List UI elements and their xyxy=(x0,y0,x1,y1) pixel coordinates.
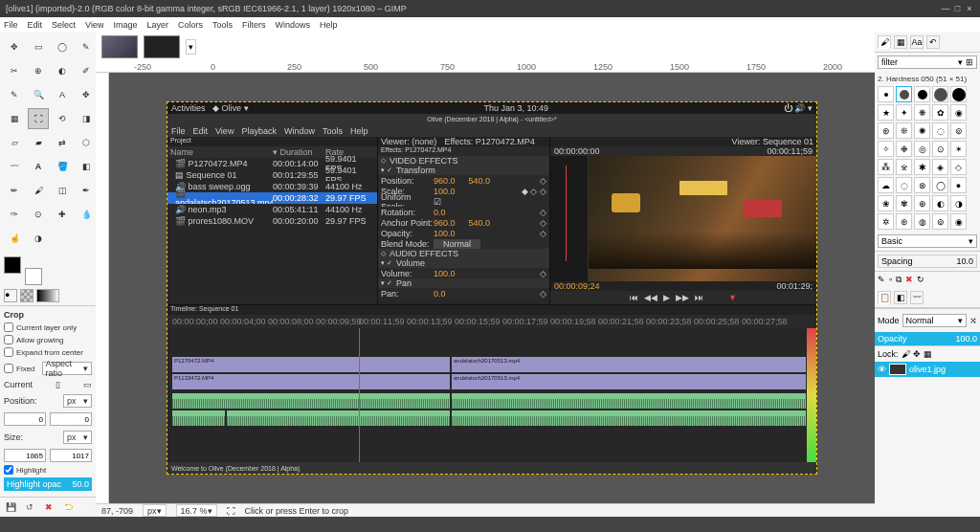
tool-pencil[interactable]: ✏ xyxy=(4,180,25,201)
size-unit[interactable]: px▾ xyxy=(63,431,92,444)
menu-layer[interactable]: Layer xyxy=(146,20,168,30)
maximize-button[interactable]: □ xyxy=(952,4,962,13)
tool-fuzzy-select[interactable]: ✎ xyxy=(76,36,97,57)
brush-set-select[interactable]: Basic▾ xyxy=(878,234,977,248)
layer-opacity-slider[interactable]: Opacity100.0 xyxy=(875,332,980,345)
tool-flip[interactable]: ⇄ xyxy=(52,132,73,153)
opt-current-layer[interactable] xyxy=(4,322,13,332)
unit-select[interactable]: px ▾ xyxy=(143,504,167,517)
brush-preset-icon[interactable]: ● xyxy=(4,289,17,302)
tab-menu-icon[interactable]: ▾ xyxy=(186,39,196,55)
aspect-portrait-icon[interactable]: ▯ xyxy=(56,380,60,389)
tool-dodge[interactable]: ◑ xyxy=(28,228,49,249)
tool-cage[interactable]: ⬡ xyxy=(76,132,97,153)
menu-filters[interactable]: Filters xyxy=(242,20,266,30)
brush-filter[interactable]: filter▾ ⊞ xyxy=(878,55,977,69)
opt-allow-growing[interactable] xyxy=(4,335,13,344)
bg-color[interactable] xyxy=(25,268,42,285)
tool-move2[interactable]: ✥ xyxy=(76,84,97,105)
tool-scale[interactable]: ◨ xyxy=(76,108,97,129)
new-brush-icon[interactable]: ▫ xyxy=(889,275,892,285)
tool-scissors[interactable]: ⊕ xyxy=(28,60,49,81)
menu-select[interactable]: Select xyxy=(52,20,76,30)
del-brush-icon[interactable]: ✖ xyxy=(905,275,913,285)
tool-align[interactable]: ▦ xyxy=(4,108,25,129)
aspect-landscape-icon[interactable]: ▭ xyxy=(83,380,92,389)
tool-colorpicker[interactable]: ✎ xyxy=(4,84,25,105)
tool-ink[interactable]: ✑ xyxy=(4,204,25,225)
gradient-preset-icon[interactable] xyxy=(36,289,59,302)
tool-blur[interactable]: 💧 xyxy=(76,204,97,225)
save-options-icon[interactable]: 💾 xyxy=(4,500,17,514)
tool-eraser[interactable]: ◫ xyxy=(52,180,73,201)
channels-tab-icon[interactable]: ◧ xyxy=(894,291,907,304)
restore-options-icon[interactable]: ↺ xyxy=(23,500,36,514)
patterns-tab-icon[interactable]: ▦ xyxy=(894,35,907,49)
fg-color[interactable] xyxy=(4,256,21,274)
menu-image[interactable]: Image xyxy=(113,20,137,30)
tool-clone[interactable]: ⊙ xyxy=(28,204,49,225)
tool-warp[interactable]: 〰 xyxy=(4,156,25,177)
tool-airbrush[interactable]: ✒ xyxy=(76,180,97,201)
tool-paths[interactable]: ✐ xyxy=(76,60,97,81)
tool-shear[interactable]: ▱ xyxy=(4,132,25,153)
image-tab-1[interactable] xyxy=(101,35,138,58)
menu-help[interactable]: Help xyxy=(320,20,338,30)
opt-expand-center[interactable] xyxy=(4,347,13,357)
minimize-button[interactable]: — xyxy=(941,4,950,13)
size-w-input[interactable] xyxy=(4,449,46,462)
zoom-select[interactable]: 16.7 % ▾ xyxy=(176,504,217,517)
history-tab-icon[interactable]: ↶ xyxy=(926,35,940,49)
tool-rotate[interactable]: ⟲ xyxy=(52,108,73,129)
lock-alpha-icon[interactable]: ▦ xyxy=(924,349,932,359)
menu-tools[interactable]: Tools xyxy=(212,20,233,30)
close-button[interactable]: × xyxy=(965,4,974,13)
tool-smudge[interactable]: ☝ xyxy=(4,228,25,249)
reset-options-icon[interactable]: ⮌ xyxy=(61,500,75,514)
size-h-input[interactable] xyxy=(50,449,92,462)
layer-row[interactable]: 👁 olive1.jpg xyxy=(875,362,980,377)
dup-brush-icon[interactable]: ⧉ xyxy=(896,275,902,285)
menu-view[interactable]: View xyxy=(85,20,103,30)
opt-fixed[interactable] xyxy=(4,364,13,373)
pos-x-input[interactable] xyxy=(4,412,46,426)
fg-bg-swatches[interactable] xyxy=(4,256,42,285)
mode-switch-icon[interactable]: ⤭ xyxy=(969,316,977,325)
menu-colors[interactable]: Colors xyxy=(178,20,203,30)
visibility-icon[interactable]: 👁 xyxy=(878,365,886,374)
canvas[interactable]: Activities ◆ Olive ▾ Thu Jan 3, 10:49 ⏻ … xyxy=(109,73,875,503)
tool-free-select[interactable]: ◯ xyxy=(52,36,73,57)
pos-y-input[interactable] xyxy=(50,412,92,426)
menu-file[interactable]: File xyxy=(4,20,18,30)
fonts-tab-icon[interactable]: Aa xyxy=(910,35,924,49)
tool-move[interactable]: ✥ xyxy=(4,36,25,57)
brushes-tab-icon[interactable]: 🖌 xyxy=(878,35,891,49)
fixed-aspect-select[interactable]: Aspect ratio▾ xyxy=(42,362,92,375)
highlight-opacity-slider[interactable]: Highlight opac50.0 xyxy=(4,477,92,491)
layer-mode-select[interactable]: Normal▾ xyxy=(902,314,967,327)
delete-options-icon[interactable]: ✖ xyxy=(42,500,56,514)
menu-windows[interactable]: Windows xyxy=(275,20,310,30)
paths-tab-icon[interactable]: 〰 xyxy=(910,291,924,304)
layers-tab-icon[interactable]: 📋 xyxy=(878,291,891,304)
opt-highlight[interactable] xyxy=(4,465,13,475)
image-tab-2[interactable] xyxy=(144,35,180,58)
tool-zoom[interactable]: 🔍 xyxy=(28,84,49,105)
edit-brush-icon[interactable]: ✎ xyxy=(878,275,885,285)
menu-edit[interactable]: Edit xyxy=(28,20,43,30)
pos-unit[interactable]: px▾ xyxy=(63,394,92,408)
tool-crop[interactable]: ⛶ xyxy=(28,108,49,129)
tool-foreground[interactable]: ◐ xyxy=(52,60,73,81)
lock-pixels-icon[interactable]: 🖌 xyxy=(902,349,910,359)
tool-rect-select[interactable]: ▭ xyxy=(28,36,49,57)
tool-paintbrush[interactable]: 🖌 xyxy=(28,180,49,201)
refresh-brush-icon[interactable]: ↻ xyxy=(917,275,924,285)
tool-bucket[interactable]: 🪣 xyxy=(52,156,73,177)
pattern-preset-icon[interactable] xyxy=(20,289,33,302)
tool-heal[interactable]: ✚ xyxy=(52,204,73,225)
tool-text[interactable]: A xyxy=(28,156,49,177)
lock-position-icon[interactable]: ✥ xyxy=(913,349,921,359)
tool-gradient[interactable]: ◧ xyxy=(76,156,97,177)
tool-color-select[interactable]: ✂ xyxy=(4,60,25,81)
spacing-slider[interactable]: Spacing10.0 xyxy=(878,255,977,268)
